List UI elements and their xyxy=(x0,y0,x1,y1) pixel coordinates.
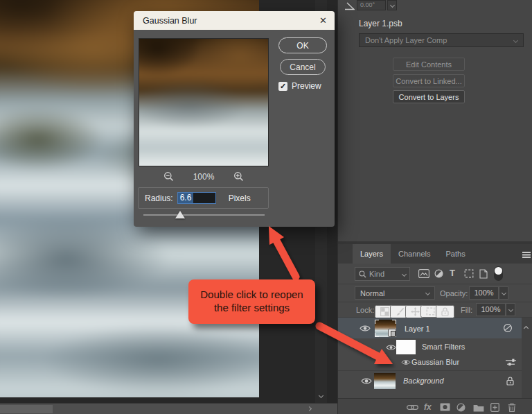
layer-row-gaussian-blur[interactable]: Gaussian Blur xyxy=(338,356,522,369)
filter-mask-thumbnail[interactable] xyxy=(396,340,416,354)
filter-kind-label: Kind xyxy=(369,270,384,278)
layer-filter-row: Kind T xyxy=(338,264,532,284)
filter-smart-object-icon[interactable] xyxy=(479,269,488,279)
tab-layers[interactable]: Layers xyxy=(353,244,391,264)
angle-icon xyxy=(344,1,355,13)
filter-pixel-layers-icon[interactable] xyxy=(418,269,429,278)
new-layer-icon[interactable] xyxy=(490,403,499,412)
horizontal-scrollbar-thumb[interactable] xyxy=(0,405,53,413)
fill-dropdown-button[interactable] xyxy=(506,303,515,316)
radius-unit-label: Pixels xyxy=(229,193,251,203)
filter-on-off-toggle[interactable] xyxy=(494,266,503,281)
visibility-eye-icon[interactable] xyxy=(401,359,411,365)
preview-checkbox[interactable]: ✓ Preview xyxy=(278,81,321,91)
layers-panel-tabbar: Layers Channels Paths xyxy=(338,244,532,264)
collapse-smart-filters-icon[interactable] xyxy=(524,326,529,331)
adjustment-layer-icon[interactable] xyxy=(456,403,466,412)
right-panel: 0.00° Layer 1.psb Don't Apply Layer Comp… xyxy=(337,0,532,414)
link-layers-icon[interactable] xyxy=(407,404,418,411)
lock-all-icon[interactable] xyxy=(436,305,454,318)
edit-contents-button[interactable]: Edit Contents xyxy=(393,58,465,71)
layers-list: Layer 1 Smart Filters Gaussian Blur xyxy=(338,318,532,398)
add-layer-mask-icon[interactable] xyxy=(440,403,450,411)
annotation-callout: Double click to reopen the filter settin… xyxy=(188,279,315,324)
visibility-eye-icon[interactable] xyxy=(360,325,371,332)
annotation-line2: the filter settings xyxy=(188,302,315,315)
panel-menu-icon[interactable] xyxy=(522,252,531,253)
radius-value-selected: 6.6 xyxy=(178,193,194,203)
chevron-down-icon xyxy=(389,3,394,8)
radius-slider-track[interactable] xyxy=(143,214,265,216)
chevron-down-icon xyxy=(402,271,407,276)
canvas-pasteboard-bottom xyxy=(0,397,259,403)
lock-icon xyxy=(506,377,514,386)
opacity-dropdown-button[interactable] xyxy=(499,286,508,300)
layer-style-fx-icon[interactable]: fx xyxy=(424,403,432,412)
layer-comp-value: Don't Apply Layer Comp xyxy=(365,36,447,44)
filter-kind-select[interactable]: Kind xyxy=(355,267,410,281)
zoom-level: 100% xyxy=(193,172,215,182)
layer-row-smart-filters[interactable]: Smart Filters xyxy=(338,338,522,356)
horizontal-scrollbar[interactable] xyxy=(0,403,337,414)
visibility-eye-icon[interactable] xyxy=(386,344,396,351)
radius-group: Radius: 6.6 Pixels xyxy=(138,187,269,209)
chevron-down-icon xyxy=(508,307,513,312)
smart-object-badge-icon xyxy=(388,329,396,337)
filter-shape-layers-icon[interactable] xyxy=(464,269,474,278)
smart-filters-badge-icon[interactable] xyxy=(503,323,513,333)
radius-input[interactable]: 6.6 xyxy=(177,192,216,204)
filter-adjustment-layers-icon[interactable] xyxy=(434,269,443,278)
fill-value-field[interactable]: 100% xyxy=(476,303,506,316)
radius-label: Radius: xyxy=(145,193,173,203)
background-thumbnail-image xyxy=(374,373,396,389)
dialog-titlebar[interactable]: Gaussian Blur ✕ xyxy=(134,11,335,30)
cancel-button[interactable]: Cancel xyxy=(280,59,326,75)
zoom-in-icon[interactable] xyxy=(233,171,244,182)
filter-type-layers-icon[interactable]: T xyxy=(450,268,455,278)
visibility-eye-icon[interactable] xyxy=(361,377,372,385)
tab-paths[interactable]: Paths xyxy=(438,244,473,264)
close-icon[interactable]: ✕ xyxy=(319,16,327,25)
layer-comp-select[interactable]: Don't Apply Layer Comp xyxy=(359,33,524,47)
annotation-line1: Double click to reopen xyxy=(188,288,315,302)
chevron-down-icon xyxy=(513,37,518,42)
chevron-down-icon xyxy=(425,291,430,295)
photoshop-workspace: 0.00° Layer 1.psb Don't Apply Layer Comp… xyxy=(0,0,532,414)
preview-checkbox-label: Preview xyxy=(292,81,321,91)
background-thumbnail[interactable] xyxy=(374,373,396,389)
radius-slider-thumb[interactable] xyxy=(175,211,185,218)
layer-name[interactable]: Background xyxy=(403,377,444,385)
smart-object-name: Layer 1.psb xyxy=(359,19,402,28)
zoom-out-icon[interactable] xyxy=(163,171,174,182)
filter-blending-options-icon[interactable] xyxy=(506,359,516,366)
smart-object-corner xyxy=(375,333,379,337)
layer-row-layer1[interactable]: Layer 1 xyxy=(338,318,522,338)
scroll-right-icon[interactable] xyxy=(307,406,312,411)
convert-to-linked-button[interactable]: Convert to Linked... xyxy=(393,74,465,87)
layer-name[interactable]: Smart Filters xyxy=(422,343,465,351)
layer-name[interactable]: Layer 1 xyxy=(405,325,430,333)
angle-dropdown-button[interactable] xyxy=(387,0,397,10)
blend-mode-select[interactable]: Normal xyxy=(355,286,435,300)
tab-channels[interactable]: Channels xyxy=(391,244,438,264)
search-icon xyxy=(359,270,366,278)
preview-zoom-controls: 100% xyxy=(139,171,269,182)
chevron-down-icon xyxy=(501,291,506,295)
angle-value-field[interactable]: 0.00° xyxy=(357,0,386,10)
smart-object-corner xyxy=(392,320,396,324)
layer-name[interactable]: Gaussian Blur xyxy=(411,358,459,366)
delete-layer-trash-icon[interactable] xyxy=(508,403,516,412)
layers-scroll-gutter xyxy=(522,318,532,398)
opacity-value-field[interactable]: 100% xyxy=(469,286,499,300)
layer-row-background[interactable]: Background xyxy=(338,370,522,390)
layer1-thumbnail[interactable] xyxy=(375,320,396,337)
blend-mode-value: Normal xyxy=(360,289,384,297)
dialog-body: OK Cancel ✓ Preview 100% Radius: 6.6 xyxy=(134,30,335,227)
ok-button[interactable]: OK xyxy=(278,37,327,53)
blur-preview-image[interactable] xyxy=(139,38,269,166)
new-group-folder-icon[interactable] xyxy=(473,404,484,412)
lock-label: Lock: xyxy=(356,306,374,314)
fill-label: Fill: xyxy=(461,306,472,314)
gaussian-blur-dialog: Gaussian Blur ✕ OK Cancel ✓ Preview 100% xyxy=(134,11,335,227)
convert-to-layers-button[interactable]: Convert to Layers xyxy=(393,90,465,103)
